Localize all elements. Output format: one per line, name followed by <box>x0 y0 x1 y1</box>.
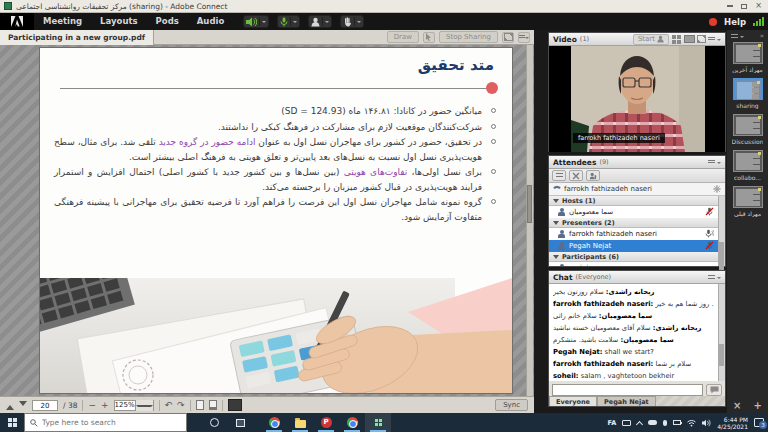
attendee-options-button[interactable] <box>586 170 600 181</box>
layout-item-discussion[interactable]: Discussion <box>727 114 768 145</box>
redo-icon[interactable]: ↷ <box>177 400 185 411</box>
search-input[interactable] <box>42 418 172 427</box>
share-scrollbar[interactable] <box>526 45 533 396</box>
page-number-input[interactable]: 20 <box>32 400 58 411</box>
zoom-out-icon[interactable]: − <box>88 400 96 411</box>
page-up-icon[interactable] <box>6 401 14 410</box>
attendee-row[interactable]: Pegah Nejat <box>549 240 718 252</box>
send-message-button[interactable] <box>706 384 722 396</box>
attendee-group-header[interactable]: Hosts (1) <box>549 196 718 206</box>
fit-page-icon[interactable] <box>196 400 204 410</box>
menu-audio[interactable]: Audio <box>188 13 233 30</box>
gear-icon[interactable] <box>713 185 721 193</box>
start-button[interactable] <box>0 413 24 432</box>
video-pod-menu-icon[interactable] <box>708 37 715 42</box>
menu-layouts[interactable]: Layouts <box>91 13 146 30</box>
speaker-button[interactable] <box>243 15 269 28</box>
draw-button[interactable]: Draw <box>387 31 419 43</box>
taskbar-app-connect[interactable] <box>365 413 391 432</box>
wifi-icon[interactable] <box>687 419 696 427</box>
layout-item-[interactable]: مهراد آخرین <box>727 42 768 73</box>
layout-item-sharing[interactable]: sharing <box>727 78 768 109</box>
menu-meeting[interactable]: Meeting <box>34 13 91 30</box>
microphone-button[interactable] <box>277 15 300 28</box>
menu-pods[interactable]: Pods <box>147 13 188 30</box>
fit-width-icon[interactable] <box>209 400 217 410</box>
task-view-button[interactable] <box>227 413 253 432</box>
single-view-icon[interactable] <box>684 35 695 43</box>
chat-scrollbar[interactable] <box>718 284 725 381</box>
chat-pod-menu-icon[interactable] <box>708 275 715 280</box>
participant-icon <box>557 264 566 267</box>
taskbar-app-explorer[interactable] <box>287 413 313 432</box>
webcam-button[interactable] <box>308 15 332 28</box>
layouts-collapse-icon[interactable]: » <box>760 32 764 40</box>
microphone-dropdown-caret[interactable] <box>293 21 297 25</box>
active-speaker-row[interactable]: farrokh fathizadeh naseri <box>549 183 725 196</box>
layouts-menu-icon[interactable] <box>731 34 738 39</box>
undo-icon[interactable]: ↶ <box>165 400 173 411</box>
attendee-row[interactable]: farrokh fathizadeh naseri <box>549 228 718 240</box>
minimize-icon[interactable] <box>727 5 733 7</box>
onedrive-icon[interactable] <box>648 420 657 425</box>
zoom-in-icon[interactable]: + <box>101 400 109 411</box>
pointer-tool-button[interactable] <box>423 32 435 43</box>
attendees-scrollbar[interactable] <box>718 196 725 266</box>
page-down-icon[interactable] <box>19 401 27 410</box>
list-view-button[interactable] <box>552 170 566 181</box>
taskbar-search[interactable] <box>24 413 187 432</box>
attendee-row[interactable]: سما معصومیان <box>549 206 718 218</box>
close-icon[interactable]: × <box>755 2 762 10</box>
layout-item-collabo[interactable]: collabo... <box>727 150 768 181</box>
video-fullscreen-icon[interactable] <box>697 35 706 43</box>
sync-button[interactable]: Sync <box>495 399 528 411</box>
taskbar-clock[interactable]: 6:44 PM 4/25/2021 <box>717 416 748 430</box>
cortana-button[interactable] <box>201 413 227 432</box>
breakout-view-button[interactable] <box>569 170 583 181</box>
maximize-icon[interactable] <box>741 4 747 9</box>
tray-microphone-icon[interactable] <box>663 420 667 426</box>
share-tab[interactable]: Participating in a new group.pdf <box>0 30 154 45</box>
connection-signal-icon[interactable] <box>753 17 764 26</box>
zoom-select[interactable]: 125% <box>114 400 154 411</box>
keyboard-icon[interactable] <box>622 420 631 426</box>
attendees-pod-menu-icon[interactable] <box>708 160 715 165</box>
speaker-dropdown-caret[interactable] <box>262 21 266 25</box>
layout-thumbnail[interactable] <box>733 186 763 208</box>
layout-thumbnail[interactable] <box>733 114 763 136</box>
taskbar-app-chrome-2[interactable] <box>339 413 365 432</box>
filmstrip-view-icon[interactable] <box>672 35 676 39</box>
language-indicator[interactable]: FA <box>608 419 617 427</box>
volume-icon[interactable] <box>702 419 711 427</box>
battery-icon[interactable] <box>673 420 681 425</box>
chat-message: farrokh fathizadeh naseri: سلام بر شما <box>553 358 714 370</box>
menu-help[interactable]: Help <box>724 17 746 27</box>
taskbar-app-chrome[interactable] <box>261 413 287 432</box>
attendee-row[interactable]: amini <box>549 262 718 266</box>
layout-thumbnail[interactable] <box>733 150 763 172</box>
pointer-preview-button[interactable] <box>228 399 242 411</box>
delete-layout-icon[interactable]: × <box>733 400 741 411</box>
layout-thumbnail[interactable] <box>733 42 763 64</box>
layout-item-[interactable]: مهراد قبلی <box>727 186 768 217</box>
stop-sharing-button[interactable]: Stop Sharing <box>439 31 498 43</box>
attendee-group-header[interactable]: Participants (6) <box>549 252 718 262</box>
collapse-triangle-icon <box>553 255 559 262</box>
raise-hand-dropdown-caret[interactable] <box>357 21 361 25</box>
chat-tab-pegah-nejat[interactable]: Pegah Nejat <box>597 396 656 406</box>
share-pod-menu-icon[interactable] <box>518 32 530 43</box>
chat-tab-everyone[interactable]: Everyone <box>549 396 597 406</box>
layout-thumbnail[interactable] <box>733 78 763 100</box>
attendee-group-header[interactable]: Presenters (2) <box>549 218 718 228</box>
tray-chevron-icon[interactable] <box>636 420 643 427</box>
system-tray: FA 6:44 PM 4/25/2021 3 <box>608 416 768 430</box>
webcam-dropdown-caret[interactable] <box>325 21 329 25</box>
taskbar-app-p[interactable]: P <box>313 413 339 432</box>
add-layout-icon[interactable]: + <box>754 400 762 411</box>
fullscreen-icon[interactable] <box>502 32 514 43</box>
chat-pod-header: Chat (Everyone) <box>549 271 725 284</box>
chat-input[interactable] <box>552 384 703 396</box>
start-webcam-button[interactable]: Start <box>633 34 669 45</box>
raise-hand-button[interactable] <box>340 15 364 28</box>
action-center-icon[interactable]: 3 <box>754 418 764 427</box>
